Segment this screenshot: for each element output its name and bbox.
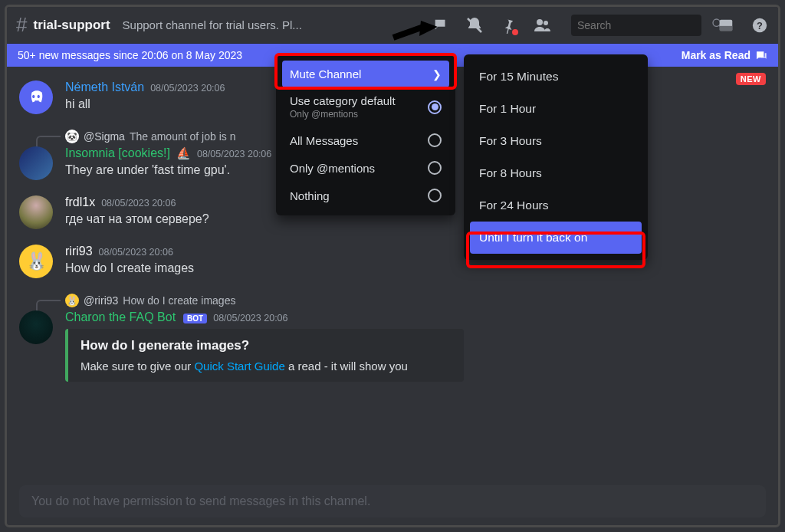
message-timestamp: 08/05/2023 20:06 bbox=[197, 149, 271, 159]
bot-tag: BOT bbox=[183, 314, 207, 323]
reply-preview: How do I create images bbox=[123, 294, 235, 307]
embed-title: How do I generate images? bbox=[80, 338, 452, 353]
radio-icon bbox=[428, 189, 442, 202]
mute-duration-option[interactable]: For 3 Hours bbox=[470, 125, 642, 157]
reply-reference[interactable]: 🐰 @riri93 How do I create images bbox=[65, 294, 766, 307]
mute-channel-menu-item[interactable]: Mute Channel ❯ bbox=[282, 61, 449, 87]
avatar[interactable] bbox=[19, 80, 53, 114]
channel-header: # trial-support Support channel for tria… bbox=[7, 7, 778, 44]
svg-point-0 bbox=[537, 19, 543, 25]
channel-name: trial-support bbox=[33, 18, 110, 33]
reply-username: @riri93 bbox=[84, 294, 118, 307]
notification-settings-menu: Mute Channel ❯ Use category default Only… bbox=[276, 54, 455, 215]
message-username[interactable]: Insomnia [cookies!] bbox=[65, 146, 170, 160]
avatar[interactable] bbox=[19, 310, 53, 344]
new-messages-text: 50+ new messages since 20:06 on 8 May 20… bbox=[18, 49, 242, 61]
mute-duration-option[interactable]: For 15 Minutes bbox=[470, 61, 642, 93]
notification-option[interactable]: Nothing bbox=[282, 182, 449, 209]
mute-duration-option[interactable]: For 8 Hours bbox=[470, 157, 642, 189]
message-username[interactable]: riri93 bbox=[65, 245, 93, 258]
mute-duration-option[interactable]: Until I turn it back on bbox=[470, 222, 642, 254]
mark-as-read-button[interactable]: Mark as Read bbox=[682, 49, 767, 61]
help-icon[interactable]: ? bbox=[751, 16, 769, 34]
message: 🐰 riri93 08/05/2023 20:06 How do I creat… bbox=[19, 245, 766, 278]
sailboat-icon: ⛵ bbox=[176, 146, 191, 160]
svg-point-1 bbox=[544, 21, 548, 25]
pinned-messages-icon[interactable] bbox=[499, 16, 517, 34]
avatar[interactable] bbox=[19, 146, 53, 180]
notification-option[interactable]: Use category default Only @mentions bbox=[282, 87, 449, 126]
message-timestamp: 08/05/2023 20:06 bbox=[150, 83, 225, 94]
message-embed: How do I generate images? Make sure to g… bbox=[65, 329, 464, 382]
threads-icon[interactable] bbox=[432, 16, 450, 34]
search-box[interactable] bbox=[571, 15, 701, 36]
reply-avatar-icon: 🐼 bbox=[65, 130, 79, 143]
message-timestamp: 08/05/2023 20:06 bbox=[99, 247, 173, 258]
message-input-disabled: You do not have permission to send messa… bbox=[19, 485, 766, 517]
inbox-icon[interactable] bbox=[717, 16, 735, 34]
mute-duration-option[interactable]: For 24 Hours bbox=[470, 189, 642, 222]
notification-option[interactable]: Only @mentions bbox=[282, 154, 449, 182]
mute-duration-menu: For 15 Minutes For 1 Hour For 3 Hours Fo… bbox=[464, 54, 648, 260]
svg-rect-5 bbox=[720, 25, 733, 30]
radio-icon bbox=[428, 161, 442, 175]
search-input[interactable] bbox=[577, 19, 711, 31]
message-text: How do I create images bbox=[65, 260, 766, 277]
avatar[interactable]: 🐰 bbox=[19, 245, 53, 278]
message-username[interactable]: Németh István bbox=[65, 80, 144, 94]
member-list-icon[interactable] bbox=[533, 16, 551, 34]
message-group: 🐰 @riri93 How do I create images Charon … bbox=[19, 294, 766, 382]
avatar[interactable] bbox=[19, 195, 53, 229]
message-timestamp: 08/05/2023 20:06 bbox=[101, 198, 176, 209]
reply-username: @Sigma bbox=[84, 130, 125, 143]
radio-icon bbox=[428, 133, 442, 147]
hash-icon: # bbox=[16, 13, 27, 37]
embed-link[interactable]: Quick Start Guide bbox=[194, 360, 284, 373]
svg-text:?: ? bbox=[757, 19, 763, 31]
channel-topic[interactable]: Support channel for trial users. Pl... bbox=[123, 18, 302, 31]
notifications-muted-icon[interactable] bbox=[465, 16, 484, 34]
mark-read-icon bbox=[755, 49, 767, 61]
message-timestamp: 08/05/2023 20:06 bbox=[213, 313, 287, 323]
notification-option[interactable]: All Messages bbox=[282, 126, 449, 154]
reply-avatar-icon: 🐰 bbox=[65, 294, 79, 307]
radio-selected-icon bbox=[428, 100, 442, 114]
message-username[interactable]: Charon the FAQ Bot bbox=[65, 310, 176, 324]
embed-description: Make sure to give our Quick Start Guide … bbox=[80, 360, 452, 373]
reply-preview: The amount of job is n bbox=[130, 130, 236, 143]
chevron-right-icon: ❯ bbox=[432, 68, 442, 80]
message-username[interactable]: frdl1x bbox=[65, 195, 95, 209]
mute-duration-option[interactable]: For 1 Hour bbox=[470, 93, 642, 125]
